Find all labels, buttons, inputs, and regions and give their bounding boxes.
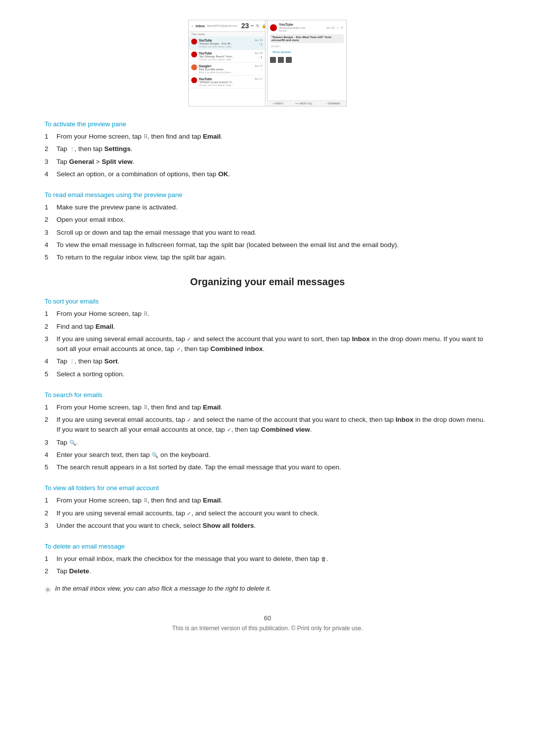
- apps-icon: ⠿: [144, 133, 148, 141]
- page-number: 60: [45, 614, 490, 622]
- apps-icon-4: ⠿: [144, 497, 148, 505]
- list-item: 2 If you are using several email account…: [45, 415, 490, 435]
- list-item: 4 Enter your search text, then tap 🔍 on …: [45, 450, 490, 460]
- page-footer: 60 This is an Internet version of this p…: [45, 614, 490, 632]
- list-item: 3 Scroll up or down and tap the email me…: [45, 228, 490, 238]
- list-item: 1 Make sure the preview pane is activate…: [45, 202, 490, 212]
- list-item: 1 In your email inbox, mark the checkbox…: [45, 554, 490, 564]
- search-steps: 1 From your Home screen, tap ⠿, then fin…: [45, 403, 490, 473]
- chevron-icon-4: ✓: [227, 426, 231, 434]
- section-header-sort: To sort your emails: [45, 298, 490, 305]
- list-item: 1 From your Home screen, tap ⠿.: [45, 309, 490, 319]
- chevron-icon: ✓: [187, 335, 191, 344]
- section-header-search: To search for emails: [45, 391, 490, 399]
- list-item: 2 Tap ⋮, then tap Settings.: [45, 144, 490, 154]
- list-item: 5 To return to the regular inbox view, t…: [45, 252, 490, 262]
- list-item: 3 If you are using several email account…: [45, 334, 490, 354]
- list-item: 1 From your Home screen, tap ⠿, then fin…: [45, 496, 490, 505]
- trash-icon: 🗑: [321, 555, 326, 563]
- copyright-text: This is an Internet version of this publ…: [45, 625, 490, 632]
- delete-steps: 1 In your email inbox, mark the checkbox…: [45, 554, 490, 577]
- list-item: 4 Tap ⋮, then tap Sort.: [45, 356, 490, 366]
- list-item: 3 Tap 🔍.: [45, 438, 490, 448]
- section-header-activate: To activate the preview pane: [45, 120, 490, 128]
- list-item: 3 Under the account that you want to che…: [45, 521, 490, 531]
- search-icon: 🔍: [69, 439, 76, 447]
- section-header-read: To read email messages using the preview…: [45, 191, 490, 199]
- list-item: 2 If you are using several email account…: [45, 508, 490, 518]
- activate-steps: 1 From your Home screen, tap ⠿, then fin…: [45, 132, 490, 179]
- chevron-icon-2: ✓: [176, 345, 181, 353]
- section-header-delete: To delete an email message: [45, 543, 490, 550]
- folders-steps: 1 From your Home screen, tap ⠿, then fin…: [45, 496, 490, 531]
- organizing-section-title: Organizing your email messages: [45, 276, 490, 288]
- list-item: 2 Open your email inbox.: [45, 215, 490, 225]
- section-read-preview: To read email messages using the preview…: [45, 191, 490, 262]
- email-screenshot: ✓ Inbox bbeee03316@gmail.com 23 ✏↻🔒⋮ Thi…: [188, 20, 347, 106]
- section-search-emails: To search for emails 1 From your Home sc…: [45, 391, 490, 473]
- tip-box: ✳ In the email inbox view, you can also …: [45, 585, 490, 595]
- apps-icon-3: ⠿: [144, 403, 148, 412]
- list-item: 5 Select a sorting option.: [45, 369, 490, 379]
- read-steps: 1 Make sure the preview pane is activate…: [45, 202, 490, 262]
- tip-icon: ✳: [45, 585, 51, 595]
- section-delete-email: To delete an email message 1 In your ema…: [45, 543, 490, 595]
- menu-icon: ⋮: [69, 145, 75, 153]
- section-activate-preview: To activate the preview pane 1 From your…: [45, 120, 490, 179]
- apps-icon: ⠿: [144, 310, 148, 318]
- page-content: ✓ Inbox bbeee03316@gmail.com 23 ✏↻🔒⋮ Thi…: [45, 20, 490, 632]
- list-item: 4 To view the email message in fullscree…: [45, 240, 490, 250]
- search-icon-2: 🔍: [152, 451, 159, 459]
- list-item: 3 Tap General > Split view.: [45, 157, 490, 167]
- list-item: 2 Tap Delete.: [45, 566, 490, 576]
- tip-text: In the email inbox view, you can also fl…: [55, 585, 271, 592]
- section-header-folders: To view all folders for one email accoun…: [45, 484, 490, 492]
- section-view-folders: To view all folders for one email accoun…: [45, 484, 490, 531]
- chevron-icon-5: ✓: [187, 509, 191, 518]
- menu-icon-2: ⋮: [69, 357, 75, 366]
- section-sort-emails: To sort your emails 1 From your Home scr…: [45, 298, 490, 379]
- list-item: 1 From your Home screen, tap ⠿, then fin…: [45, 132, 490, 142]
- sort-steps: 1 From your Home screen, tap ⠿. 2 Find a…: [45, 309, 490, 379]
- list-item: 2 Find and tap Email.: [45, 322, 490, 332]
- list-item: 1 From your Home screen, tap ⠿, then fin…: [45, 403, 490, 412]
- list-item: 5 The search result appears in a list so…: [45, 462, 490, 472]
- chevron-icon-3: ✓: [187, 416, 191, 424]
- list-item: 4 Select an option, or a combination of …: [45, 169, 490, 179]
